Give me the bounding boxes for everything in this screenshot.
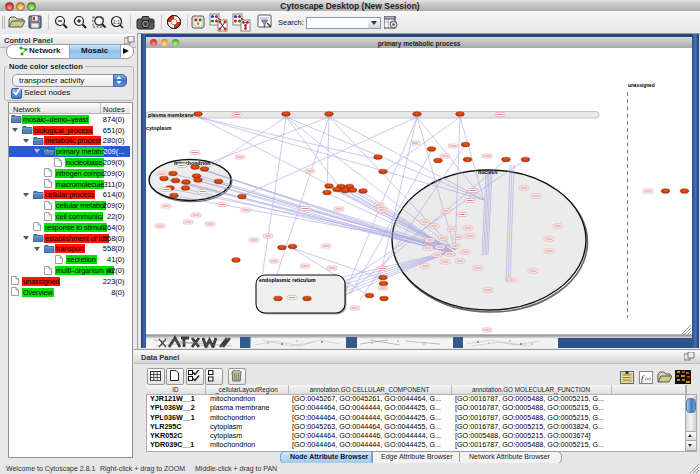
svg-text:unassigned: unassigned <box>628 83 655 88</box>
svg-text:(x): (x) <box>645 376 651 381</box>
svg-text:plasma membrane: plasma membrane <box>148 112 194 118</box>
svg-text:Search:: Search: <box>278 18 304 27</box>
svg-text:cytoplasm: cytoplasm <box>146 125 172 131</box>
svg-text:1:1: 1:1 <box>113 19 120 25</box>
svg-text:nucleus: nucleus <box>478 169 498 175</box>
svg-text:endoplasmic reticulum: endoplasmic reticulum <box>259 277 316 283</box>
